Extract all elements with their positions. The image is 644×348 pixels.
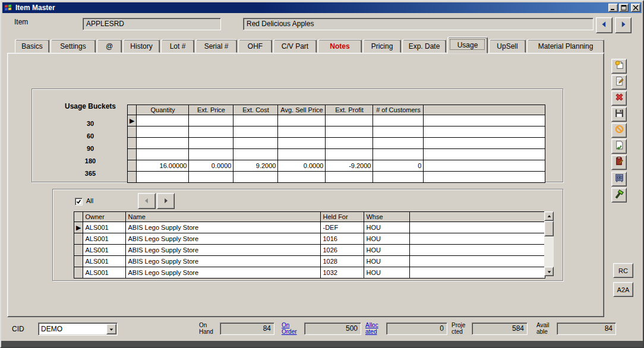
grid-cell[interactable]: ABIS Lego Supply Store: [126, 267, 321, 279]
grid-cell[interactable]: [278, 138, 326, 149]
tab-ohf[interactable]: OHF: [238, 39, 272, 53]
grid-cell[interactable]: [233, 115, 278, 126]
grid-row[interactable]: [128, 138, 545, 149]
vault-button[interactable]: [611, 172, 627, 186]
grid-cell[interactable]: ALS001: [83, 233, 126, 245]
allocated-field[interactable]: 0: [386, 322, 447, 335]
tab-settings[interactable]: Settings: [50, 39, 96, 53]
all-checkbox[interactable]: [75, 198, 83, 205]
grid-cell[interactable]: ALS001: [83, 222, 126, 233]
grid-row[interactable]: [128, 126, 545, 138]
grid-cell[interactable]: [189, 138, 233, 149]
grid-cell[interactable]: ALS001: [83, 256, 126, 267]
grid-row[interactable]: [128, 172, 545, 183]
grid-cell[interactable]: ABIS Lego Supply Store: [126, 256, 321, 267]
grid-cell[interactable]: [373, 172, 424, 183]
tab-usage[interactable]: Usage: [447, 37, 488, 53]
available-field[interactable]: 84: [557, 322, 616, 335]
next-item-button[interactable]: [615, 17, 632, 33]
row-selector[interactable]: [74, 256, 83, 267]
grid-row[interactable]: ▶ALS001ABIS Lego Supply Store-DEFHOU: [74, 222, 545, 233]
maximize-button[interactable]: [619, 4, 629, 12]
grid-cell[interactable]: HOU: [364, 233, 410, 245]
grid-cell[interactable]: ALS001: [83, 245, 126, 256]
grid-row[interactable]: 16.000000.00009.20000.0000-9.20000: [128, 160, 545, 172]
grid-cell[interactable]: [326, 138, 373, 149]
grid-cell[interactable]: -DEF: [321, 222, 364, 233]
grid-cell[interactable]: [373, 115, 424, 126]
grid-cell[interactable]: [189, 115, 233, 126]
cid-dropdown-button[interactable]: [106, 324, 116, 334]
grid-cell[interactable]: [137, 126, 189, 138]
grid-cell[interactable]: [278, 172, 326, 183]
row-selector[interactable]: [128, 160, 137, 172]
grid-cell[interactable]: 1026: [321, 245, 364, 256]
grid-cell[interactable]: [373, 138, 424, 149]
row-selector[interactable]: [74, 233, 83, 245]
row-selector[interactable]: [128, 138, 137, 149]
item-code-field[interactable]: APPLESRD: [83, 18, 221, 30]
grid-cell[interactable]: [189, 172, 233, 183]
grid-cell[interactable]: [137, 138, 189, 149]
scroll-up-button[interactable]: [544, 211, 554, 221]
tab-upsell[interactable]: UpSell: [489, 39, 526, 53]
grid-cell[interactable]: HOU: [364, 245, 410, 256]
grid-cell[interactable]: HOU: [364, 256, 410, 267]
on-order-link[interactable]: OnOrder: [282, 322, 297, 335]
grid-cell[interactable]: ALS001: [83, 267, 126, 279]
grid-cell[interactable]: ABIS Lego Supply Store: [126, 245, 321, 256]
audit-note-button[interactable]: [611, 155, 627, 170]
grid-cell[interactable]: -9.2000: [326, 160, 373, 172]
cancel-button[interactable]: [611, 123, 627, 138]
grid-cell[interactable]: [189, 149, 233, 160]
tab-[interactable]: @: [97, 39, 122, 53]
close-button[interactable]: [631, 4, 640, 12]
grid-cell[interactable]: [137, 149, 189, 160]
scroll-thumb[interactable]: [544, 221, 554, 236]
projected-field[interactable]: 584: [472, 322, 528, 335]
grid-cell[interactable]: [326, 149, 373, 160]
edit-button[interactable]: [611, 75, 627, 90]
grid-cell[interactable]: HOU: [364, 267, 410, 279]
restore-button[interactable]: [611, 139, 627, 154]
grid-row[interactable]: ▶: [128, 115, 545, 126]
grid-cell[interactable]: [137, 115, 189, 126]
tab-serial[interactable]: Serial #: [195, 39, 237, 53]
owners-next-button[interactable]: [157, 193, 175, 209]
grid-cell[interactable]: ABIS Lego Supply Store: [126, 222, 321, 233]
row-selector[interactable]: [128, 149, 137, 160]
tab-pricing[interactable]: Pricing: [363, 39, 401, 53]
grid-cell[interactable]: [278, 149, 326, 160]
grid-cell[interactable]: [373, 126, 424, 138]
tab-c-v-part[interactable]: C/V Part: [273, 39, 317, 53]
grid-row[interactable]: ALS001ABIS Lego Supply Store1028HOU: [74, 256, 545, 267]
cid-combobox[interactable]: DEMO: [38, 322, 118, 336]
delete-button[interactable]: [611, 91, 627, 106]
grid-cell[interactable]: 0.0000: [278, 160, 326, 172]
grid-cell[interactable]: [326, 115, 373, 126]
prev-item-button[interactable]: [596, 17, 613, 33]
grid-cell[interactable]: [326, 172, 373, 183]
row-selector[interactable]: [74, 245, 83, 256]
grid-cell[interactable]: [278, 115, 326, 126]
owners-prev-button[interactable]: [138, 193, 156, 209]
rc-button[interactable]: RC: [613, 263, 633, 278]
grid-cell[interactable]: [189, 126, 233, 138]
tab-basics[interactable]: Basics: [15, 39, 49, 53]
owners-scrollbar[interactable]: [544, 211, 554, 276]
grid-cell[interactable]: [233, 126, 278, 138]
grid-cell[interactable]: 1028: [321, 256, 364, 267]
scroll-down-button[interactable]: [544, 267, 554, 276]
grid-cell[interactable]: [137, 172, 189, 183]
grid-row[interactable]: ALS001ABIS Lego Supply Store1032HOU: [74, 267, 545, 279]
grid-cell[interactable]: 1016: [321, 233, 364, 245]
tab-history[interactable]: History: [123, 39, 160, 53]
on-order-field[interactable]: 500: [304, 322, 361, 335]
a2a-button[interactable]: A2A: [613, 282, 633, 297]
grid-cell[interactable]: [326, 126, 373, 138]
row-selector[interactable]: ▶: [74, 222, 83, 233]
row-selector[interactable]: [128, 172, 137, 183]
tab-material-planning[interactable]: Material Planning: [527, 39, 604, 53]
grid-cell[interactable]: 9.2000: [233, 160, 278, 172]
grid-cell[interactable]: [233, 138, 278, 149]
